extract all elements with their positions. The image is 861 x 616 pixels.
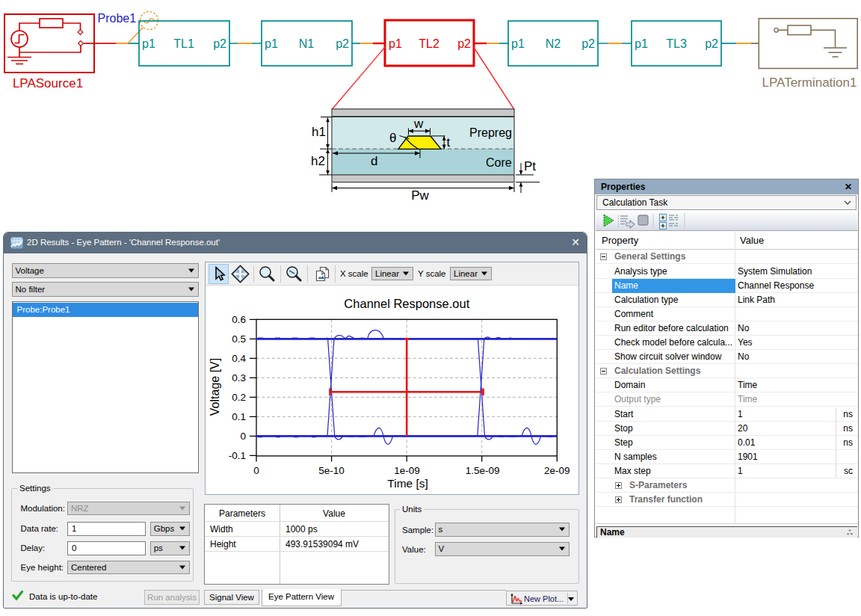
svg-text:0.3: 0.3 bbox=[232, 372, 246, 384]
svg-text:p2: p2 bbox=[581, 37, 595, 50]
svg-text:TL1: TL1 bbox=[173, 37, 194, 50]
svg-text:Voltage [V]: Voltage [V] bbox=[209, 358, 221, 416]
svg-text:TL2: TL2 bbox=[419, 37, 439, 50]
svg-text:Pt: Pt bbox=[524, 159, 536, 173]
svg-text:p1: p1 bbox=[265, 37, 278, 50]
svg-text:1e-09: 1e-09 bbox=[394, 465, 420, 476]
svg-text:p2: p2 bbox=[336, 37, 349, 50]
svg-text:p1: p1 bbox=[389, 37, 402, 50]
svg-text:0.4: 0.4 bbox=[232, 353, 246, 364]
svg-text:p2: p2 bbox=[213, 37, 226, 50]
svg-text:5e-10: 5e-10 bbox=[318, 465, 345, 476]
svg-text:d: d bbox=[371, 154, 377, 168]
svg-text:Prepreg: Prepreg bbox=[469, 126, 512, 139]
svg-text:Probe1: Probe1 bbox=[98, 12, 137, 25]
svg-text:w: w bbox=[413, 117, 424, 131]
svg-text:θ: θ bbox=[389, 131, 396, 145]
svg-text:0.1: 0.1 bbox=[232, 411, 246, 422]
svg-text:Channel Response.out: Channel Response.out bbox=[344, 297, 469, 310]
svg-text:0.6: 0.6 bbox=[232, 314, 246, 325]
svg-text:Time [s]: Time [s] bbox=[387, 477, 428, 490]
svg-text:0.5: 0.5 bbox=[232, 333, 246, 345]
svg-text:1.5e-09: 1.5e-09 bbox=[466, 465, 500, 476]
svg-text:Core: Core bbox=[486, 156, 512, 169]
svg-text:N1: N1 bbox=[299, 37, 315, 50]
svg-text:h2: h2 bbox=[311, 154, 325, 168]
svg-text:LPATermination1: LPATermination1 bbox=[762, 76, 857, 90]
svg-text:2e-09: 2e-09 bbox=[544, 465, 570, 476]
svg-text:t: t bbox=[447, 135, 451, 150]
svg-text:p1: p1 bbox=[142, 37, 155, 50]
svg-text:h1: h1 bbox=[312, 125, 326, 139]
svg-text:p2: p2 bbox=[705, 37, 718, 50]
svg-text:0: 0 bbox=[253, 465, 259, 476]
svg-text:0.2: 0.2 bbox=[232, 392, 246, 403]
svg-text:p1: p1 bbox=[511, 37, 525, 50]
svg-text:p2: p2 bbox=[457, 37, 471, 50]
svg-text:0: 0 bbox=[240, 431, 246, 442]
svg-text:N2: N2 bbox=[546, 37, 561, 50]
svg-text:LPASource1: LPASource1 bbox=[13, 76, 83, 90]
svg-text:p1: p1 bbox=[635, 37, 648, 50]
svg-text:-0.1: -0.1 bbox=[229, 450, 246, 461]
svg-text:Pw: Pw bbox=[411, 188, 429, 203]
svg-text:TL3: TL3 bbox=[666, 37, 687, 50]
